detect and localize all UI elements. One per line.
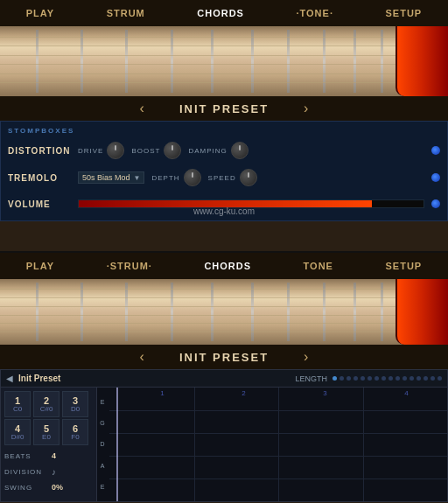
- dot-15[interactable]: [430, 376, 435, 381]
- dot-7[interactable]: [374, 376, 379, 381]
- distortion-drive: DRIVE: [78, 142, 124, 159]
- boost-label: BOOST: [131, 147, 160, 155]
- division-icon: ♪: [52, 467, 56, 477]
- chord-grid[interactable]: E G D A E 1 2 3 4: [97, 388, 447, 501]
- swing-value: 0%: [52, 483, 63, 492]
- dot-16[interactable]: [438, 376, 442, 381]
- tremolo-depth: DEPTH: [151, 169, 200, 186]
- bottom-nav-chords[interactable]: CHORDS: [199, 261, 256, 271]
- bottom-preset-next[interactable]: ›: [304, 349, 308, 365]
- volume-led[interactable]: [431, 199, 440, 208]
- chord-5-number: 5: [44, 424, 49, 434]
- chord-cell-4[interactable]: 4 D#0: [4, 419, 31, 445]
- col-num-1: 1: [122, 389, 203, 397]
- string-label-g: G: [97, 420, 108, 426]
- nav-tone[interactable]: ·TONE·: [290, 8, 338, 18]
- chord-cell-6[interactable]: 6 F0: [62, 419, 88, 445]
- bottom-nav-setup[interactable]: SETUP: [380, 261, 427, 271]
- chord-cell-5[interactable]: 5 E0: [33, 419, 60, 445]
- chord-editor-preset-name: Init Preset: [18, 374, 60, 383]
- col-num-3: 3: [284, 389, 366, 397]
- dot-3[interactable]: [346, 376, 351, 381]
- bottom-preset-prev[interactable]: ‹: [140, 349, 144, 365]
- distortion-led[interactable]: [431, 146, 440, 155]
- damping-knob[interactable]: [231, 142, 248, 159]
- damping-label: DAMPING: [188, 147, 227, 155]
- dot-9[interactable]: [388, 376, 393, 381]
- beats-label: BEATS: [4, 452, 48, 460]
- dot-4[interactable]: [354, 376, 358, 381]
- chord-editor-header: ◀ Init Preset LENGTH: [1, 370, 447, 388]
- tremolo-led[interactable]: [431, 173, 440, 182]
- dot-13[interactable]: [416, 376, 421, 381]
- tremolo-select-arrow: ▼: [134, 174, 141, 182]
- bottom-nav-strum[interactable]: ·STRUM·: [102, 261, 158, 271]
- bottom-nav-tone[interactable]: TONE: [298, 261, 339, 271]
- chord-3-note: D0: [71, 406, 80, 413]
- bottom-nav-play[interactable]: PLAY: [21, 261, 60, 271]
- boost-knob[interactable]: [164, 142, 181, 159]
- bottom-neck-background: [0, 279, 448, 345]
- bottom-panel: PLAY ·STRUM· CHORDS TONE SETUP: [0, 251, 448, 503]
- chord-5-note: E0: [42, 434, 51, 441]
- preset-bar-top: ‹ INIT PRESET ›: [0, 96, 448, 121]
- drive-knob[interactable]: [107, 142, 124, 159]
- depth-knob[interactable]: [184, 169, 201, 186]
- chord-cell-1[interactable]: 1 C0: [4, 391, 31, 417]
- left-controls: 1 C0 2 C#0 3 D0 4 D#0: [1, 388, 97, 501]
- watermark: www.cg-ku.com: [193, 206, 255, 216]
- chord-4-number: 4: [15, 424, 20, 434]
- distortion-row: DISTORTION DRIVE BOOST DAMPING: [8, 138, 440, 163]
- tremolo-model-select[interactable]: 50s Bias Mod ▼: [78, 171, 144, 184]
- preset-prev-arrow[interactable]: ‹: [140, 101, 144, 116]
- chord-1-number: 1: [15, 396, 20, 406]
- drive-label: DRIVE: [78, 147, 103, 155]
- string-label-e-low: E: [97, 484, 108, 490]
- tremolo-model-name: 50s Bias Mod: [82, 173, 130, 182]
- length-dots: [332, 376, 442, 381]
- chord-row-2: 4 D#0 5 E0 6 F0: [4, 419, 93, 445]
- dot-2[interactable]: [340, 376, 344, 381]
- nav-play[interactable]: PLAY: [21, 8, 60, 18]
- bottom-guitar-body: [396, 279, 448, 345]
- speed-knob[interactable]: [240, 169, 257, 186]
- col-num-2: 2: [203, 389, 284, 397]
- bottom-nav-bar: PLAY ·STRUM· CHORDS TONE SETUP: [0, 253, 448, 279]
- top-panel: PLAY STRUM CHORDS ·TONE· SETUP: [0, 0, 448, 251]
- nav-strum[interactable]: STRUM: [102, 8, 150, 18]
- stompboxes-label: STOMPBOXES: [8, 127, 440, 135]
- chord-6-note: F0: [71, 434, 79, 441]
- neck-background: [0, 26, 448, 96]
- grid-inner: 1 2 3 4: [109, 388, 447, 501]
- chord-cell-3[interactable]: 3 D0: [62, 391, 88, 417]
- dot-12[interactable]: [410, 376, 414, 381]
- string-lines: [0, 26, 448, 96]
- string-label-e-high: E: [97, 399, 108, 405]
- tremolo-speed: SPEED: [208, 169, 257, 186]
- preset-next-arrow[interactable]: ›: [304, 101, 308, 116]
- dot-8[interactable]: [382, 376, 386, 381]
- dot-1[interactable]: [332, 376, 337, 381]
- length-label: LENGTH: [295, 374, 327, 383]
- nav-chords[interactable]: CHORDS: [192, 8, 249, 18]
- bottom-string-lines: [0, 279, 448, 345]
- dot-14[interactable]: [424, 376, 428, 381]
- string-label-d: D: [97, 441, 108, 447]
- division-row: DIVISION ♪: [4, 465, 93, 479]
- chord-4-note: D#0: [11, 434, 24, 441]
- beats-row: BEATS 4: [4, 449, 93, 463]
- string-labels: E G D A E: [97, 388, 108, 501]
- depth-label: DEPTH: [151, 174, 179, 182]
- chord-cell-2[interactable]: 2 C#0: [33, 391, 60, 417]
- guitar-neck-bottom: [0, 279, 448, 345]
- chord-2-note: C#0: [40, 406, 53, 413]
- chord-editor-prev[interactable]: ◀: [6, 374, 13, 383]
- dot-5[interactable]: [360, 376, 365, 381]
- tremolo-label: TREMOLO: [8, 173, 71, 183]
- dot-11[interactable]: [402, 376, 407, 381]
- dot-10[interactable]: [396, 376, 400, 381]
- params-col: BEATS 4 DIVISION ♪ SWING 0%: [4, 449, 93, 494]
- distortion-boost: BOOST: [131, 142, 181, 159]
- nav-setup[interactable]: SETUP: [380, 8, 427, 18]
- dot-6[interactable]: [368, 376, 372, 381]
